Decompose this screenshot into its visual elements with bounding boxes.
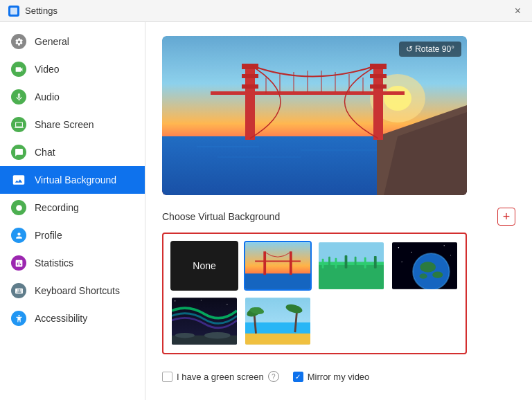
- sidebar-item-statistics[interactable]: Statistics: [0, 249, 145, 277]
- svg-rect-40: [335, 258, 337, 269]
- green-screen-item: I have a green screen ?: [162, 371, 279, 382]
- sidebar-label-share-screen: Share Screen: [35, 119, 94, 130]
- hint-row: I have a green screen ? ✓ Mirror my vide…: [162, 371, 515, 382]
- green-screen-checkbox[interactable]: [162, 372, 172, 382]
- profile-icon: [11, 228, 26, 243]
- svg-rect-44: [374, 256, 377, 269]
- svg-rect-42: [355, 257, 357, 269]
- svg-point-49: [450, 255, 451, 255]
- title-bar: Settings ×: [0, 0, 532, 22]
- svg-point-53: [432, 271, 443, 278]
- background-aurora[interactable]: [170, 296, 238, 346]
- sidebar-item-share-screen[interactable]: Share Screen: [0, 111, 145, 138]
- mirror-label: Mirror my video: [308, 372, 370, 382]
- green-screen-label: I have a green screen: [177, 372, 264, 382]
- sidebar-item-general[interactable]: General: [0, 28, 145, 55]
- background-grid: None: [170, 241, 459, 346]
- thumbnail-beach: [245, 298, 310, 345]
- svg-rect-33: [263, 251, 266, 275]
- accessibility-icon: [11, 311, 26, 326]
- sidebar-label-profile: Profile: [35, 230, 62, 241]
- background-none[interactable]: None: [170, 241, 238, 291]
- window-title: Settings: [25, 6, 57, 16]
- general-icon: [11, 34, 26, 49]
- svg-point-52: [420, 262, 436, 272]
- choose-virtual-background-label: Choose Virtual Background: [162, 211, 280, 222]
- svg-point-48: [444, 245, 445, 246]
- video-icon: [11, 62, 26, 77]
- app-icon: [8, 6, 19, 17]
- thumbnail-earth-space: [392, 242, 457, 289]
- svg-point-54: [419, 273, 427, 279]
- svg-rect-29: [162, 36, 467, 195]
- title-bar-left: Settings: [8, 6, 57, 17]
- svg-rect-43: [364, 257, 366, 269]
- preview-container: ↺ Rotate 90°: [162, 36, 467, 195]
- svg-point-59: [204, 332, 231, 338]
- sidebar-item-recording[interactable]: Recording: [0, 194, 145, 221]
- statistics-icon: [11, 255, 26, 271]
- sidebar-label-chat: Chat: [35, 147, 55, 158]
- svg-rect-31: [245, 273, 310, 289]
- svg-point-46: [398, 247, 400, 248]
- sidebar-item-chat[interactable]: Chat: [0, 138, 145, 166]
- green-screen-help-icon[interactable]: ?: [268, 371, 279, 382]
- svg-point-1: [16, 205, 22, 211]
- none-label: None: [193, 260, 215, 271]
- sidebar-label-virtual-background: Virtual Background: [35, 174, 116, 185]
- sidebar-item-audio[interactable]: Audio: [0, 83, 145, 111]
- main-layout: General Video Audio Share Screen Chat: [0, 22, 532, 400]
- sidebar-label-audio: Audio: [35, 91, 60, 102]
- background-beach[interactable]: [244, 296, 312, 346]
- sidebar-label-statistics: Statistics: [35, 257, 73, 269]
- svg-rect-41: [345, 255, 348, 269]
- sidebar-label-keyboard-shortcuts: Keyboard Shortcuts: [35, 285, 120, 296]
- thumbnail-green-field: [319, 242, 384, 289]
- sidebar-label-accessibility: Accessibility: [35, 313, 87, 324]
- chat-icon: [11, 145, 26, 160]
- content-area: ↺ Rotate 90° Choose Virtual Background +…: [145, 22, 532, 400]
- svg-rect-0: [10, 8, 17, 15]
- audio-icon: [11, 89, 26, 104]
- mirror-item: ✓ Mirror my video: [293, 372, 370, 382]
- sidebar-item-accessibility[interactable]: Accessibility: [0, 304, 145, 332]
- sidebar-item-video[interactable]: Video: [0, 55, 145, 83]
- svg-point-62: [201, 300, 202, 300]
- add-background-button[interactable]: +: [497, 208, 515, 226]
- choose-label-row: Choose Virtual Background +: [162, 208, 515, 226]
- svg-point-61: [227, 304, 227, 304]
- svg-rect-38: [322, 259, 324, 269]
- svg-rect-37: [319, 265, 384, 289]
- sidebar-item-keyboard-shortcuts[interactable]: Keyboard Shortcuts: [0, 277, 145, 304]
- sidebar-label-video: Video: [35, 64, 60, 75]
- close-button[interactable]: ×: [512, 4, 524, 18]
- background-grid-wrapper: None: [162, 233, 467, 354]
- mirror-checkbox[interactable]: ✓: [293, 372, 303, 382]
- sidebar-item-profile[interactable]: Profile: [0, 221, 145, 249]
- svg-point-47: [411, 252, 412, 253]
- virtual-background-icon: [11, 172, 26, 188]
- svg-rect-39: [328, 257, 330, 269]
- svg-point-2: [18, 315, 19, 316]
- svg-point-50: [402, 262, 402, 262]
- rotate-button[interactable]: ↺ Rotate 90°: [399, 42, 461, 57]
- recording-icon: [11, 200, 26, 215]
- thumbnail-aurora: [172, 298, 237, 345]
- sidebar-label-general: General: [35, 36, 69, 47]
- sidebar-item-virtual-background[interactable]: Virtual Background: [0, 166, 145, 194]
- background-green-field[interactable]: [317, 241, 385, 291]
- preview-image: [162, 36, 467, 195]
- preview-visual: ↺ Rotate 90°: [162, 36, 467, 195]
- svg-rect-34: [290, 251, 292, 275]
- background-golden-gate[interactable]: [244, 241, 312, 291]
- svg-rect-65: [245, 334, 310, 345]
- sharescreen-icon: [11, 117, 26, 132]
- svg-point-60: [175, 300, 175, 301]
- svg-point-58: [175, 333, 195, 338]
- background-earth-space[interactable]: [391, 241, 459, 291]
- thumbnail-golden-gate: [245, 242, 310, 289]
- keyboard-icon: [11, 283, 26, 298]
- sidebar: General Video Audio Share Screen Chat: [0, 22, 145, 400]
- svg-rect-32: [255, 260, 301, 262]
- sidebar-label-recording: Recording: [35, 202, 79, 213]
